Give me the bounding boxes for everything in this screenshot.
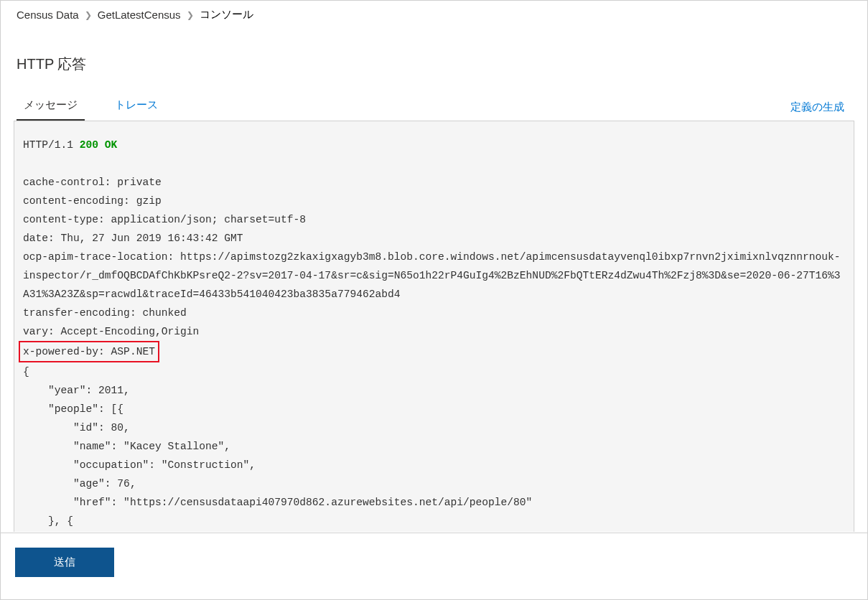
body-line-7: "href": "https://censusdataapi407970d862… bbox=[23, 497, 532, 508]
tab-message[interactable]: メッセージ bbox=[17, 94, 85, 121]
footer: 送信 bbox=[1, 533, 867, 599]
header-date: date: Thu, 27 Jun 2019 16:43:42 GMT bbox=[23, 233, 243, 244]
generate-definition-link[interactable]: 定義の生成 bbox=[790, 100, 844, 114]
breadcrumb: Census Data ❯ GetLatestCensus ❯ コンソール bbox=[1, 1, 867, 30]
header-ocp-apim-trace-location: ocp-apim-trace-location: https://apimsto… bbox=[23, 251, 841, 300]
chevron-right-icon: ❯ bbox=[85, 10, 92, 20]
breadcrumb-item-getlatestcensus[interactable]: GetLatestCensus bbox=[98, 9, 181, 21]
response-status: 200 OK bbox=[80, 139, 118, 151]
body-line-5: "occupation": "Construction", bbox=[23, 459, 256, 471]
body-line-1: "year": 2011, bbox=[23, 385, 130, 396]
header-content-encoding: content-encoding: gzip bbox=[23, 195, 162, 207]
response-protocol: HTTP/1.1 bbox=[23, 139, 73, 151]
header-x-powered-by-highlighted: x-powered-by: ASP.NET bbox=[19, 341, 159, 362]
body-line-3: "id": 80, bbox=[23, 422, 130, 433]
header-vary: vary: Accept-Encoding,Origin bbox=[23, 326, 199, 337]
body-line-4: "name": "Kacey Stallone", bbox=[23, 441, 230, 452]
body-line-8: }, { bbox=[23, 515, 73, 527]
body-line-0: { bbox=[23, 366, 29, 378]
breadcrumb-item-census-data[interactable]: Census Data bbox=[17, 9, 79, 21]
breadcrumb-item-console: コンソール bbox=[200, 8, 253, 22]
body-line-2: "people": [{ bbox=[23, 403, 123, 415]
body-line-6: "age": 76, bbox=[23, 478, 136, 489]
page-title: HTTP 応答 bbox=[14, 40, 854, 94]
header-transfer-encoding: transfer-encoding: chunked bbox=[23, 307, 187, 319]
send-button[interactable]: 送信 bbox=[15, 548, 114, 577]
tabs-row: メッセージ トレース 定義の生成 bbox=[14, 94, 854, 121]
http-response-body[interactable]: HTTP/1.1 200 OK cache-control: private c… bbox=[14, 121, 854, 532]
tabs: メッセージ トレース bbox=[14, 94, 165, 121]
content-scroll-area[interactable]: HTTP 応答 メッセージ トレース 定義の生成 HTTP/1.1 200 OK… bbox=[1, 40, 867, 532]
header-cache-control: cache-control: private bbox=[23, 177, 162, 188]
chevron-right-icon: ❯ bbox=[187, 10, 194, 20]
tab-trace[interactable]: トレース bbox=[108, 94, 165, 121]
header-content-type: content-type: application/json; charset=… bbox=[23, 214, 306, 225]
